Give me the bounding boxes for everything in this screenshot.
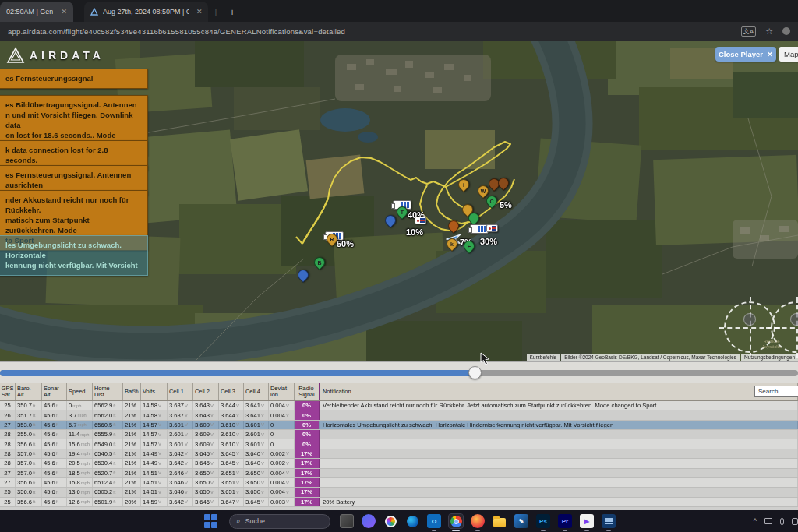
cell-bat-pct: 21% bbox=[123, 410, 141, 419]
cell-home-dist: 6520.7ft bbox=[93, 469, 123, 477]
cell-home-dist: 6549.0ft bbox=[93, 439, 123, 448]
photoshop-icon[interactable]: Ps bbox=[536, 514, 550, 528]
tray-chevron-icon[interactable]: ^ bbox=[754, 517, 757, 525]
cell-cell-2: 3.643V bbox=[193, 410, 219, 419]
table-row[interactable]: 25356.6ft45.6ft12.6mph6501.9ft20%14.59V3… bbox=[0, 498, 798, 507]
file-explorer-icon[interactable] bbox=[493, 514, 507, 528]
tray-device-icon[interactable] bbox=[764, 518, 772, 524]
column-header-home-dist[interactable]: Home Dist bbox=[93, 383, 123, 400]
cell-speed: 3.7mph bbox=[67, 410, 93, 419]
column-header-bat-pct[interactable]: Bat% bbox=[123, 383, 141, 400]
tab-close-icon[interactable]: ✕ bbox=[58, 8, 67, 16]
chrome-icon[interactable] bbox=[449, 514, 463, 528]
taskbar-search-box[interactable]: ⌕ Suche bbox=[229, 514, 330, 529]
column-header-cell-1[interactable]: Cell 1 bbox=[168, 383, 193, 400]
cell-cell-1: 3.646V bbox=[168, 478, 193, 487]
flag-marker-icon[interactable] bbox=[415, 217, 426, 224]
notification-search-input[interactable]: Search bbox=[754, 386, 798, 397]
word-app-icon[interactable] bbox=[602, 514, 616, 528]
table-row[interactable]: 28357.0ft45.6ft20.5mph6530.4ft21%14.49V3… bbox=[0, 459, 798, 468]
extension-icon[interactable] bbox=[782, 27, 790, 35]
cell-cell-3: 3.610V bbox=[219, 430, 244, 439]
table-row[interactable]: 25356.6ft45.6ft13.6mph6505.2ft21%14.51V3… bbox=[0, 488, 798, 497]
table-row[interactable]: 28356.6ft45.6ft15.6mph6549.0ft21%14.57V3… bbox=[0, 439, 798, 449]
photos-icon[interactable] bbox=[383, 514, 397, 528]
column-header-cell-3[interactable]: Cell 3 bbox=[219, 383, 244, 400]
cell-cell-4: 3.641V bbox=[244, 401, 269, 410]
map-pin-marker[interactable] bbox=[295, 267, 311, 283]
cell-bat-pct: 21% bbox=[123, 430, 141, 439]
tab-close-icon[interactable]: ✕ bbox=[193, 8, 203, 16]
outlook-icon[interactable]: O bbox=[427, 514, 441, 528]
tray-partial-icon[interactable] bbox=[792, 518, 798, 525]
playback-slider-handle[interactable] bbox=[468, 366, 482, 379]
column-header-notification[interactable]: Notification bbox=[320, 383, 798, 400]
widgets-icon[interactable] bbox=[362, 514, 376, 528]
edge-icon[interactable] bbox=[405, 514, 419, 528]
task-view-icon[interactable] bbox=[340, 514, 354, 528]
map-pin-marker[interactable]: i bbox=[456, 177, 471, 192]
new-tab-button[interactable]: + bbox=[229, 6, 235, 18]
map-pin-marker[interactable] bbox=[383, 213, 398, 228]
map-pin-marker[interactable] bbox=[466, 210, 482, 226]
column-header-deviation[interactable]: Deviat ion bbox=[269, 383, 295, 400]
column-header-cell-2[interactable]: Cell 2 bbox=[193, 383, 219, 400]
column-header-baro-alt[interactable]: Baro. Alt. bbox=[16, 383, 42, 400]
column-header-sonar-alt[interactable]: Sonar Alt. bbox=[42, 383, 67, 400]
cell-cell-3: 3.647V bbox=[219, 498, 244, 506]
column-header-cell-4[interactable]: Cell 4 bbox=[244, 383, 269, 400]
cell-notification bbox=[320, 430, 798, 439]
system-tray: ^ bbox=[754, 510, 793, 532]
cell-radio-signal: 0% bbox=[295, 430, 320, 439]
translate-icon[interactable]: 文A bbox=[741, 26, 756, 37]
cell-cell-1: 3.601V bbox=[168, 421, 193, 429]
cell-gps-sat: 28 bbox=[0, 430, 16, 439]
flag-marker-icon[interactable] bbox=[486, 224, 498, 232]
cell-sonar-alt: 45.6ft bbox=[42, 478, 67, 487]
premiere-icon[interactable]: Pr bbox=[558, 514, 572, 528]
cell-baro-alt: 356.6ft bbox=[16, 498, 42, 506]
tray-mic-icon[interactable] bbox=[780, 518, 784, 525]
map-pin-marker[interactable]: E bbox=[461, 238, 477, 254]
firefox-app-icon[interactable] bbox=[471, 514, 485, 528]
column-header-radio-signal[interactable]: Radio Signal bbox=[295, 383, 320, 400]
table-row[interactable]: 28357.0ft45.6ft19.4mph6540.5ft21%14.49V3… bbox=[0, 449, 798, 459]
start-button-icon[interactable] bbox=[204, 514, 218, 528]
table-row[interactable]: 26351.7ft45.6ft3.7mph6562.0ft21%14.58V3.… bbox=[0, 410, 798, 420]
cell-cell-3: 3.645V bbox=[219, 449, 244, 458]
attribution-shortcuts[interactable]: Kurzbefehle bbox=[527, 354, 560, 361]
table-row[interactable]: 27356.6ft45.6ft15.8mph6512.4ft21%14.51V3… bbox=[0, 478, 798, 488]
cell-cell-1: 3.601V bbox=[168, 430, 193, 439]
windows-taskbar: ⌕ Suche O ✎ Ps Pr ▶ ^ bbox=[0, 510, 798, 532]
flight-map[interactable]: AIRDATA Close Player ✕ Map st es Fernste… bbox=[0, 41, 798, 361]
cell-cell-1: 3.637V bbox=[168, 401, 193, 410]
cell-cell-2: 3.650V bbox=[193, 469, 219, 477]
table-row[interactable]: 25350.7ft45.6ft0mph6562.9ft21%14.58V3.63… bbox=[0, 401, 798, 410]
map-pin-marker[interactable]: B bbox=[312, 255, 327, 270]
cell-baro-alt: 355.0ft bbox=[16, 430, 42, 439]
cell-home-dist: 6530.4ft bbox=[93, 459, 123, 467]
column-header-speed[interactable]: Speed bbox=[67, 383, 93, 400]
cell-notification: 20% Battery bbox=[320, 498, 798, 506]
cell-speed: 20.5mph bbox=[67, 459, 93, 467]
browser-tab-1[interactable]: 02:50AM | Gen ✕ bbox=[0, 2, 73, 22]
playback-slider-progress bbox=[0, 370, 475, 376]
browser-tab-2[interactable]: Aug 27th, 2024 08:50PM | Gen ✕ bbox=[84, 2, 209, 22]
cell-baro-alt: 350.7ft bbox=[16, 401, 42, 410]
clipchamp-icon[interactable]: ▶ bbox=[580, 514, 594, 528]
table-row[interactable]: 27353.0ft45.6ft6.7mph6560.5ft21%14.57V3.… bbox=[0, 421, 798, 430]
column-header-volts[interactable]: Volts bbox=[141, 383, 168, 400]
table-row[interactable]: 27357.0ft45.6ft18.5mph6520.7ft21%14.51V3… bbox=[0, 469, 798, 478]
url-text[interactable]: app.airdata.com/flight/e40c582f5349e4311… bbox=[8, 27, 741, 36]
bookmark-star-icon[interactable]: ☆ bbox=[765, 26, 773, 37]
attribution-terms[interactable]: Nutzungsbedingungen bbox=[741, 354, 798, 361]
column-header-gps-sat[interactable]: GPS Sat bbox=[0, 383, 16, 400]
cell-baro-alt: 356.6ft bbox=[16, 478, 42, 487]
table-row[interactable]: 28355.0ft45.6ft11.4mph6555.9ft21%14.57V3… bbox=[0, 430, 798, 439]
map-pin-marker[interactable]: C bbox=[484, 193, 500, 209]
cell-cell-4: 3.601V bbox=[244, 421, 269, 429]
map-pin-marker[interactable] bbox=[446, 218, 461, 234]
cell-sonar-alt: 45.6ft bbox=[42, 459, 67, 467]
designer-app-icon[interactable]: ✎ bbox=[514, 514, 528, 528]
cell-cell-1: 3.642V bbox=[168, 449, 193, 458]
